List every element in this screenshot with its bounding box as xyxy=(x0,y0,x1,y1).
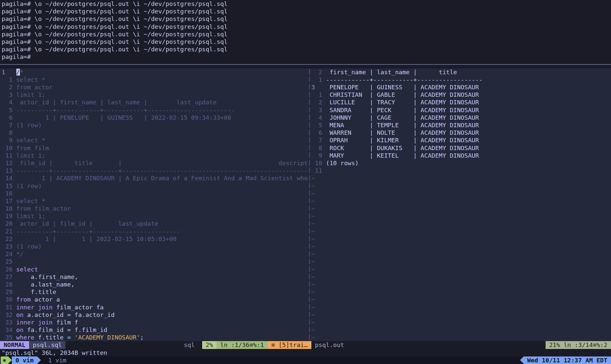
code-text: ; xyxy=(140,334,144,341)
code-line: 16 xyxy=(2,190,308,197)
line-number: 1 xyxy=(2,69,16,76)
empty-line-tilde: ~ xyxy=(311,273,611,281)
code-text: from xyxy=(16,296,31,303)
line-number: 5 xyxy=(311,122,326,129)
line-number: 21 xyxy=(2,228,16,235)
code-text: on xyxy=(16,326,24,333)
line-number: 26 xyxy=(2,266,16,273)
line-number: 22 xyxy=(2,235,16,242)
terminal-line: pagila=# \o ~/dev/postgres/psql.out \i ~… xyxy=(0,45,611,53)
empty-line-tilde: ~ xyxy=(311,288,611,296)
code-line: 11 xyxy=(311,167,611,174)
line-number: 33 xyxy=(2,319,16,326)
line-number: 23 xyxy=(2,243,16,250)
statusline-trailing-warning: ≡ [5]trai… xyxy=(268,341,311,349)
code-text: = xyxy=(67,334,71,341)
line-number: 11 xyxy=(311,167,326,174)
code-line: 1 /* xyxy=(2,68,308,76)
line-number: 7 xyxy=(311,137,326,144)
code-text: inner join xyxy=(16,319,53,326)
code-text: select * xyxy=(16,76,45,83)
code-line: 20 actor_id | film_id | last_update xyxy=(2,220,308,227)
empty-line-tilde: ~ xyxy=(311,212,611,220)
line-number: 13 xyxy=(2,167,16,174)
line-number: 2 xyxy=(2,84,16,91)
line-number: 29 xyxy=(2,288,16,295)
code-line: 21 ----------+---------+----------------… xyxy=(2,228,308,235)
line-number: 2 xyxy=(311,69,326,76)
code-text: f.film_id xyxy=(71,326,107,333)
code-text: actor_id | first_name | last_name | last… xyxy=(16,99,217,106)
psql-terminal-pane[interactable]: pagila=# \o ~/dev/postgres/psql.out \i ~… xyxy=(0,0,611,61)
tmux-window-0[interactable]: 0 vim xyxy=(12,356,37,364)
code-line: 9 MARY | KEITEL | ACADEMY DINOSAUR xyxy=(311,152,611,159)
code-line: 19 limit 1; xyxy=(2,212,308,220)
vim-window: 1 /* 1 select * 2 from actor 3 limit 1; … xyxy=(0,68,611,341)
vertical-window-separator[interactable] xyxy=(308,68,311,341)
code-text: actor_id | film_id | last_update xyxy=(16,220,158,227)
editor-pane-psql-sql[interactable]: 1 /* 1 select * 2 from actor 3 limit 1; … xyxy=(0,68,308,341)
pane-border-line xyxy=(0,64,611,65)
code-text: LUCILLE | TRACY | ACADEMY DINOSAUR xyxy=(326,99,479,106)
empty-line-tilde: ~ xyxy=(311,311,611,319)
code-text: select * xyxy=(16,198,45,204)
empty-line-tilde: ~ xyxy=(311,205,611,212)
code-text xyxy=(71,334,75,341)
terminal-line: pagila=# \o ~/dev/postgres/psql.out \i ~… xyxy=(0,15,611,23)
session-circle-icon: ◉ xyxy=(3,356,6,364)
code-text: WARREN | NOLTE | ACADEMY DINOSAUR xyxy=(326,129,479,136)
code-line: 4 JOHNNY | CAGE | ACADEMY DINOSAUR xyxy=(311,114,611,121)
statusline-spacer xyxy=(65,341,176,349)
code-line: 11 limit 1; xyxy=(2,152,308,159)
code-line: 2 first_name | last_name | title xyxy=(311,68,611,76)
code-text: * xyxy=(20,69,24,76)
empty-line-tilde: ~ xyxy=(311,334,611,341)
code-text: select xyxy=(16,266,38,273)
code-text: JOHNNY | CAGE | ACADEMY DINOSAUR xyxy=(326,114,479,121)
code-text: fa.actor_id xyxy=(71,311,115,318)
powerline-arrow-icon xyxy=(37,356,41,364)
line-number: 3 xyxy=(2,91,16,98)
code-text: f.title xyxy=(34,334,67,341)
code-line: 6 WARREN | NOLTE | ACADEMY DINOSAUR xyxy=(311,129,611,136)
line-number: 12 xyxy=(2,160,16,166)
code-text: */ xyxy=(16,251,24,257)
code-text: where xyxy=(16,334,35,341)
code-text: film_actor fa xyxy=(53,304,104,311)
code-text: (1 row) xyxy=(16,182,42,189)
code-line: 26 select xyxy=(2,266,308,273)
code-line: 3 limit 1; xyxy=(2,91,308,98)
code-text: SANDRA | PECK | ACADEMY DINOSAUR xyxy=(326,107,479,113)
code-text: 'ACADEMY DINOSAUR' xyxy=(75,334,140,341)
line-number: 1 xyxy=(2,76,16,83)
code-line: 9 select * xyxy=(2,136,308,144)
code-text: (10 rows) xyxy=(326,160,358,166)
code-text: film f xyxy=(53,319,78,326)
empty-line-tilde: ~ xyxy=(311,174,611,182)
code-line: 34 on fa.film_id = f.film_id xyxy=(2,326,308,334)
tmux-pane-border[interactable] xyxy=(0,61,611,68)
line-number: 11 xyxy=(2,152,16,159)
editor-pane-psql-out[interactable]: 2 first_name | last_name | title 1 -----… xyxy=(311,68,611,341)
empty-line-tilde: ~ xyxy=(311,281,611,288)
statusline-filename: psql.sql xyxy=(29,341,65,349)
line-number: 6 xyxy=(2,114,16,121)
code-text: on xyxy=(16,311,24,318)
code-text: f.title xyxy=(16,288,57,295)
code-line: 23 (1 row) xyxy=(2,243,308,250)
tmux-window-1[interactable]: 1 vim xyxy=(44,356,70,364)
code-text: 1 | ACADEMY DINOSAUR | A Epic Drama of a… xyxy=(16,175,308,182)
line-number: 25 xyxy=(2,258,16,265)
line-number: 1 xyxy=(311,91,326,98)
code-line: 8 ROCK | DUKAKIS | ACADEMY DINOSAUR xyxy=(311,144,611,152)
code-text: limit 1; xyxy=(16,152,45,159)
empty-line-tilde: ~ xyxy=(311,303,611,311)
code-line: 3 PENELOPE | GUINESS | ACADEMY DINOSAUR xyxy=(311,83,611,91)
statusline-spacer xyxy=(348,341,545,349)
tmux-session-badge[interactable]: ◉ xyxy=(1,356,8,364)
line-number: 8 xyxy=(311,145,326,151)
code-text: = xyxy=(67,326,71,333)
line-number: 28 xyxy=(2,281,16,288)
code-text: inner join xyxy=(16,304,53,311)
empty-line-tilde: ~ xyxy=(311,197,611,205)
